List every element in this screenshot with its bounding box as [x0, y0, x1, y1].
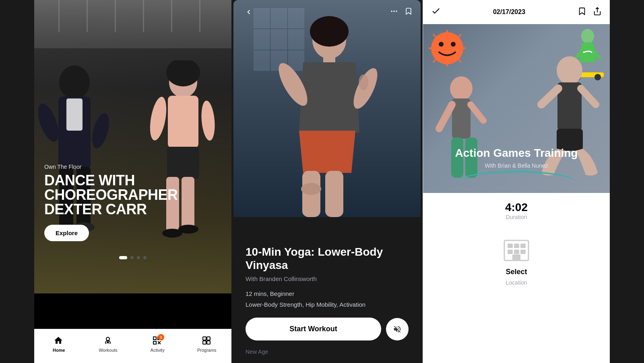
- start-workout-button[interactable]: Start Workout: [246, 318, 381, 340]
- nav-item-home[interactable]: Home: [47, 336, 71, 353]
- svg-point-32: [359, 74, 368, 90]
- ceiling-strut: [143, 0, 144, 32]
- workout-stats: 12 mins, Beginner: [246, 290, 409, 297]
- category-label: New Age: [246, 347, 409, 355]
- svg-point-36: [391, 10, 392, 12]
- svg-point-37: [393, 10, 394, 12]
- screen3-info: 4:02 Duration Select: [423, 193, 610, 294]
- nav-label-programs: Programs: [197, 348, 217, 353]
- screen2-workout-detail: 10-Min Yoga: Lower-Body Vinyasa With Bra…: [233, 0, 421, 363]
- svg-point-4: [89, 111, 112, 150]
- screen3-top-icons: [578, 7, 602, 18]
- svg-rect-71: [520, 244, 526, 248]
- top-right-actions: [390, 7, 413, 17]
- dot-2[interactable]: [130, 256, 134, 259]
- nav-label-activity: Activity: [151, 348, 165, 353]
- hero-title: DANCE WITH CHOREOGRAPHER DEXTER CARR: [44, 173, 221, 217]
- screen1-hero-area: Own The Floor DANCE WITH CHOREOGRAPHER D…: [34, 0, 231, 293]
- trainer-name: With Branden Collinsworth: [246, 275, 409, 282]
- hero-subtitle: Own The Floor: [44, 164, 221, 170]
- screen2-content: 10-Min Yoga: Lower-Body Vinyasa With Bra…: [233, 236, 421, 363]
- svg-line-67: [581, 88, 596, 105]
- nike-sun-icon: [429, 30, 465, 66]
- check-icon[interactable]: [431, 6, 441, 18]
- workouts-icon: [103, 336, 114, 346]
- location-section[interactable]: Select Location: [500, 232, 533, 286]
- svg-line-66: [541, 88, 558, 105]
- activity-icon: 2: [152, 336, 163, 346]
- nav-item-activity[interactable]: 2 Activity: [145, 336, 169, 353]
- athlete-figure: [255, 4, 400, 217]
- workout-title: 10-Min Yoga: Lower-Body Vinyasa: [246, 245, 409, 272]
- warehouse-ceiling: [34, 0, 231, 48]
- svg-rect-26: [207, 341, 210, 344]
- location-sublabel: Location: [506, 279, 527, 286]
- hero-workout-title: Action Games Training: [431, 146, 602, 160]
- svg-rect-69: [508, 244, 513, 248]
- nav-label-workouts: Workouts: [99, 348, 118, 353]
- svg-point-51: [581, 29, 594, 43]
- hero-text: Action Games Training With Brian & Bella…: [423, 146, 610, 169]
- ceiling-strut: [115, 0, 116, 32]
- svg-rect-22: [153, 341, 156, 344]
- svg-rect-2: [66, 98, 83, 131]
- bottom-navigation: Home Workouts: [34, 329, 231, 363]
- hero-teal-arc: [456, 171, 577, 193]
- home-icon: [54, 336, 64, 346]
- svg-rect-23: [203, 337, 206, 340]
- svg-rect-74: [520, 250, 526, 254]
- nav-item-workouts[interactable]: Workouts: [96, 336, 120, 353]
- svg-line-61: [439, 105, 452, 129]
- svg-rect-73: [514, 250, 519, 254]
- nav-item-programs[interactable]: Programs: [195, 336, 219, 353]
- svg-rect-11: [168, 96, 198, 148]
- share-icon[interactable]: [593, 7, 602, 18]
- screen3-top-bar: 02/17/2023: [423, 0, 610, 24]
- hero-text-overlay: Own The Floor DANCE WITH CHOREOGRAPHER D…: [44, 164, 221, 241]
- svg-point-41: [439, 42, 444, 47]
- svg-rect-25: [203, 341, 206, 344]
- svg-rect-75: [512, 254, 520, 260]
- svg-line-48: [458, 59, 461, 62]
- screen2-hero-image: [233, 0, 421, 217]
- svg-rect-70: [514, 244, 519, 248]
- workout-focus: Lower-Body Strength, Hip Mobility, Activ…: [246, 301, 409, 308]
- bookmark-icon[interactable]: [405, 7, 413, 17]
- svg-point-12: [147, 96, 169, 142]
- nav-label-home: Home: [53, 348, 65, 353]
- dot-1[interactable]: [119, 256, 127, 259]
- pagination-dots: [34, 256, 231, 259]
- svg-point-38: [396, 10, 397, 12]
- svg-point-57: [450, 76, 473, 100]
- svg-point-35: [301, 183, 321, 195]
- more-options-icon[interactable]: [390, 7, 398, 17]
- svg-line-50: [433, 59, 436, 62]
- svg-line-49: [458, 34, 461, 37]
- svg-point-63: [557, 56, 582, 84]
- svg-rect-34: [325, 171, 343, 217]
- ceiling-strut: [171, 0, 172, 32]
- dot-3[interactable]: [137, 256, 140, 259]
- mute-button[interactable]: [386, 318, 409, 340]
- bookmark-icon-s3[interactable]: [578, 7, 586, 18]
- svg-rect-72: [508, 250, 513, 254]
- ceiling-strut: [87, 0, 88, 32]
- back-button[interactable]: [242, 5, 256, 19]
- workout-actions: Start Workout: [246, 318, 409, 340]
- location-select-label: Select: [506, 268, 527, 276]
- screen3-activity-detail: 02/17/2023: [423, 0, 610, 363]
- svg-line-47: [433, 34, 436, 37]
- programs-icon: [202, 336, 212, 346]
- svg-point-13: [200, 100, 217, 141]
- duration-label: Duration: [506, 214, 527, 220]
- svg-rect-24: [207, 337, 210, 340]
- svg-rect-20: [153, 337, 156, 340]
- explore-button[interactable]: Explore: [44, 225, 89, 241]
- ceiling-strut: [58, 0, 60, 32]
- dot-4[interactable]: [143, 256, 147, 259]
- location-building-icon: [500, 232, 533, 265]
- svg-line-62: [471, 105, 483, 121]
- duration-value: 4:02: [505, 201, 528, 214]
- svg-point-0: [59, 66, 90, 99]
- activity-date: 02/17/2023: [493, 8, 525, 16]
